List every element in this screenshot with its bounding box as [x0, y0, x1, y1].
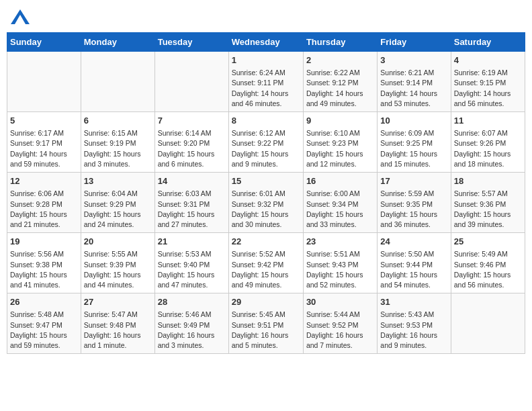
day-number: 10	[380, 115, 447, 127]
weekday-header: Wednesday	[228, 33, 303, 52]
calendar-day-cell: 29Sunrise: 5:45 AM Sunset: 9:51 PM Dayli…	[228, 293, 303, 354]
day-number: 30	[306, 296, 374, 308]
calendar-body: 1Sunrise: 6:24 AM Sunset: 9:11 PM Daylig…	[7, 52, 525, 354]
logo-icon	[11, 9, 30, 24]
calendar-day-cell: 17Sunrise: 5:59 AM Sunset: 9:35 PM Dayli…	[378, 173, 451, 233]
day-number: 19	[10, 236, 78, 248]
weekday-header: Tuesday	[154, 33, 228, 52]
day-info: Sunrise: 6:09 AM Sunset: 9:25 PM Dayligh…	[380, 128, 447, 169]
day-number: 25	[454, 236, 522, 248]
calendar-day-cell: 15Sunrise: 6:01 AM Sunset: 9:32 PM Dayli…	[228, 173, 303, 233]
day-number: 7	[158, 115, 226, 127]
day-info: Sunrise: 6:19 AM Sunset: 9:15 PM Dayligh…	[454, 68, 522, 109]
day-number: 29	[232, 296, 300, 308]
calendar-table: SundayMondayTuesdayWednesdayThursdayFrid…	[7, 32, 525, 354]
calendar-day-cell: 13Sunrise: 6:04 AM Sunset: 9:29 PM Dayli…	[81, 173, 154, 233]
day-info: Sunrise: 5:46 AM Sunset: 9:49 PM Dayligh…	[158, 310, 226, 351]
calendar-day-cell	[154, 52, 228, 112]
day-number: 12	[10, 175, 78, 187]
calendar-day-cell: 28Sunrise: 5:46 AM Sunset: 9:49 PM Dayli…	[154, 293, 228, 354]
calendar-header: SundayMondayTuesdayWednesdayThursdayFrid…	[7, 33, 525, 52]
calendar-day-cell: 12Sunrise: 6:06 AM Sunset: 9:28 PM Dayli…	[7, 173, 81, 233]
day-info: Sunrise: 5:48 AM Sunset: 9:47 PM Dayligh…	[10, 310, 78, 351]
calendar-day-cell: 22Sunrise: 5:52 AM Sunset: 9:42 PM Dayli…	[228, 233, 303, 293]
day-info: Sunrise: 6:10 AM Sunset: 9:23 PM Dayligh…	[306, 128, 374, 169]
day-info: Sunrise: 5:57 AM Sunset: 9:36 PM Dayligh…	[454, 189, 522, 230]
calendar-day-cell: 5Sunrise: 6:17 AM Sunset: 9:17 PM Daylig…	[7, 112, 81, 173]
day-info: Sunrise: 6:15 AM Sunset: 9:19 PM Dayligh…	[84, 128, 152, 169]
calendar-day-cell: 7Sunrise: 6:14 AM Sunset: 9:20 PM Daylig…	[154, 112, 228, 173]
day-info: Sunrise: 6:22 AM Sunset: 9:12 PM Dayligh…	[306, 68, 374, 109]
day-info: Sunrise: 6:07 AM Sunset: 9:26 PM Dayligh…	[454, 128, 522, 169]
calendar-day-cell: 14Sunrise: 6:03 AM Sunset: 9:31 PM Dayli…	[154, 173, 228, 233]
day-number: 26	[10, 296, 78, 308]
calendar-day-cell: 27Sunrise: 5:47 AM Sunset: 9:48 PM Dayli…	[81, 293, 154, 354]
day-info: Sunrise: 5:56 AM Sunset: 9:38 PM Dayligh…	[10, 249, 78, 290]
day-info: Sunrise: 5:47 AM Sunset: 9:48 PM Dayligh…	[84, 310, 152, 351]
calendar-day-cell: 26Sunrise: 5:48 AM Sunset: 9:47 PM Dayli…	[7, 293, 81, 354]
calendar-week-row: 26Sunrise: 5:48 AM Sunset: 9:47 PM Dayli…	[7, 293, 525, 354]
day-number: 3	[380, 54, 447, 66]
day-number: 14	[158, 175, 226, 187]
day-number: 1	[232, 54, 300, 66]
day-number: 6	[84, 115, 152, 127]
calendar-day-cell: 20Sunrise: 5:55 AM Sunset: 9:39 PM Dayli…	[81, 233, 154, 293]
day-info: Sunrise: 5:45 AM Sunset: 9:51 PM Dayligh…	[232, 310, 300, 351]
day-number: 11	[454, 115, 522, 127]
day-info: Sunrise: 5:51 AM Sunset: 9:43 PM Dayligh…	[306, 249, 374, 290]
calendar-day-cell: 3Sunrise: 6:21 AM Sunset: 9:14 PM Daylig…	[378, 52, 451, 112]
calendar-day-cell: 9Sunrise: 6:10 AM Sunset: 9:23 PM Daylig…	[303, 112, 377, 173]
weekday-row: SundayMondayTuesdayWednesdayThursdayFrid…	[7, 33, 525, 52]
day-info: Sunrise: 6:24 AM Sunset: 9:11 PM Dayligh…	[232, 68, 300, 109]
day-info: Sunrise: 5:44 AM Sunset: 9:52 PM Dayligh…	[306, 310, 374, 351]
day-info: Sunrise: 5:49 AM Sunset: 9:46 PM Dayligh…	[454, 249, 522, 290]
day-info: Sunrise: 6:06 AM Sunset: 9:28 PM Dayligh…	[10, 189, 78, 230]
day-info: Sunrise: 6:00 AM Sunset: 9:34 PM Dayligh…	[306, 189, 374, 230]
weekday-header: Monday	[81, 33, 154, 52]
page-header	[7, 7, 525, 27]
day-number: 24	[380, 236, 447, 248]
calendar-day-cell: 2Sunrise: 6:22 AM Sunset: 9:12 PM Daylig…	[303, 52, 377, 112]
day-number: 20	[84, 236, 152, 248]
day-info: Sunrise: 5:50 AM Sunset: 9:44 PM Dayligh…	[380, 249, 447, 290]
day-number: 16	[306, 175, 374, 187]
day-number: 22	[232, 236, 300, 248]
day-number: 15	[232, 175, 300, 187]
day-number: 9	[306, 115, 374, 127]
calendar-week-row: 12Sunrise: 6:06 AM Sunset: 9:28 PM Dayli…	[7, 173, 525, 233]
day-number: 17	[380, 175, 447, 187]
calendar-day-cell: 6Sunrise: 6:15 AM Sunset: 9:19 PM Daylig…	[81, 112, 154, 173]
calendar-day-cell	[451, 293, 525, 354]
calendar-day-cell: 4Sunrise: 6:19 AM Sunset: 9:15 PM Daylig…	[451, 52, 525, 112]
day-number: 8	[232, 115, 300, 127]
calendar-day-cell: 1Sunrise: 6:24 AM Sunset: 9:11 PM Daylig…	[228, 52, 303, 112]
weekday-header: Sunday	[7, 33, 81, 52]
weekday-header: Friday	[378, 33, 451, 52]
day-info: Sunrise: 6:04 AM Sunset: 9:29 PM Dayligh…	[84, 189, 152, 230]
day-number: 23	[306, 236, 374, 248]
calendar-day-cell: 23Sunrise: 5:51 AM Sunset: 9:43 PM Dayli…	[303, 233, 377, 293]
calendar-day-cell: 25Sunrise: 5:49 AM Sunset: 9:46 PM Dayli…	[451, 233, 525, 293]
calendar-day-cell: 19Sunrise: 5:56 AM Sunset: 9:38 PM Dayli…	[7, 233, 81, 293]
calendar-day-cell: 18Sunrise: 5:57 AM Sunset: 9:36 PM Dayli…	[451, 173, 525, 233]
day-info: Sunrise: 6:03 AM Sunset: 9:31 PM Dayligh…	[158, 189, 226, 230]
day-info: Sunrise: 5:43 AM Sunset: 9:53 PM Dayligh…	[380, 310, 447, 351]
calendar-day-cell: 16Sunrise: 6:00 AM Sunset: 9:34 PM Dayli…	[303, 173, 377, 233]
calendar-week-row: 1Sunrise: 6:24 AM Sunset: 9:11 PM Daylig…	[7, 52, 525, 112]
day-info: Sunrise: 5:59 AM Sunset: 9:35 PM Dayligh…	[380, 189, 447, 230]
calendar-day-cell	[81, 52, 154, 112]
calendar-day-cell: 8Sunrise: 6:12 AM Sunset: 9:22 PM Daylig…	[228, 112, 303, 173]
calendar-day-cell: 11Sunrise: 6:07 AM Sunset: 9:26 PM Dayli…	[451, 112, 525, 173]
calendar-week-row: 19Sunrise: 5:56 AM Sunset: 9:38 PM Dayli…	[7, 233, 525, 293]
calendar-day-cell: 30Sunrise: 5:44 AM Sunset: 9:52 PM Dayli…	[303, 293, 377, 354]
weekday-header: Saturday	[451, 33, 525, 52]
calendar-day-cell: 24Sunrise: 5:50 AM Sunset: 9:44 PM Dayli…	[378, 233, 451, 293]
calendar-day-cell	[7, 52, 81, 112]
day-number: 5	[10, 115, 78, 127]
day-number: 27	[84, 296, 152, 308]
calendar-day-cell: 10Sunrise: 6:09 AM Sunset: 9:25 PM Dayli…	[378, 112, 451, 173]
calendar-day-cell: 21Sunrise: 5:53 AM Sunset: 9:40 PM Dayli…	[154, 233, 228, 293]
day-number: 28	[158, 296, 226, 308]
day-number: 21	[158, 236, 226, 248]
day-number: 18	[454, 175, 522, 187]
